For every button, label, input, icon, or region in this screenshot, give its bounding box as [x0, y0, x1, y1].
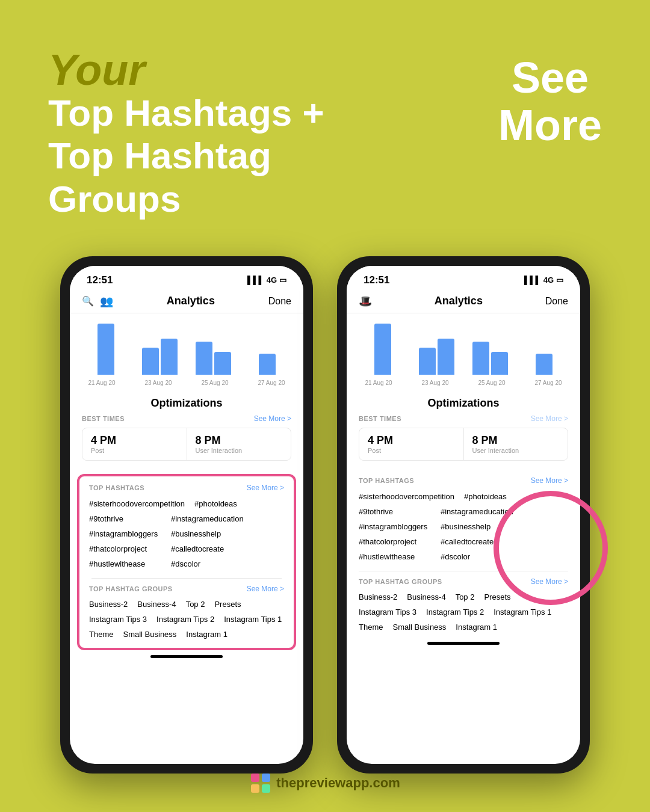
header-section: Your Top Hashtags + Top Hashtag Groups S…	[0, 0, 650, 244]
left-time-desc-2: User Interaction	[196, 447, 283, 454]
search-icon[interactable]: 🔍	[82, 295, 94, 307]
header-title-line2: Top Hashtag Groups	[48, 135, 271, 219]
person-icon[interactable]: 👥	[100, 295, 113, 308]
header-title-line1: Top Hashtags +	[48, 92, 324, 134]
right-hashtag-4: #instagrameducation	[441, 505, 513, 518]
header-title: Top Hashtags + Top Hashtag Groups	[48, 91, 337, 220]
left-best-times-label: BEST TIMES	[82, 415, 125, 422]
right-group-3: Top 2	[456, 591, 475, 603]
right-see-more-2[interactable]: See More >	[531, 476, 568, 485]
right-bar-aug21	[374, 324, 391, 375]
battery-icon: ▭	[279, 275, 286, 285]
right-hat-icon[interactable]: 🎩	[359, 295, 372, 308]
right-best-times: BEST TIMES See More > 4 PM Post 8 PM Use…	[347, 414, 580, 474]
right-hashtag-1: #sisterhoodovercompetition	[359, 490, 454, 503]
right-groups-section: TOP HASHTAG GROUPS See More > Business-2…	[347, 575, 580, 637]
right-hashtag-10: #dscolor	[441, 550, 513, 564]
left-time-cell-1: 4 PM Post	[82, 428, 187, 460]
right-group-10: Instagram 1	[456, 621, 497, 633]
left-chart-area: 21 Aug 20 23 Aug 20 25 Aug 20 27 Aug 20	[70, 313, 303, 391]
right-time: 12:51	[364, 274, 389, 286]
right-home-indicator	[427, 642, 500, 645]
right-label-aug21: 21 Aug 20	[359, 380, 398, 386]
left-phone-screen: 12:51 ▌▌▌ 4G ▭ 🔍 👥 Anal	[70, 266, 303, 764]
right-status-icons: ▌▌▌ 4G ▭	[524, 275, 563, 285]
left-see-more-3[interactable]: See More >	[247, 585, 284, 593]
right-time-value-2: 8 PM	[472, 434, 560, 447]
group-10: Instagram 1	[186, 628, 228, 641]
right-optimizations-title: Optimizations	[347, 391, 580, 414]
right-status-bar: 12:51 ▌▌▌ 4G ▭	[347, 266, 580, 290]
left-see-more-1[interactable]: See More >	[254, 414, 291, 423]
right-chart-area: 21 Aug 20 23 Aug 20 25 Aug 20 27 Aug 20	[347, 313, 580, 391]
right-battery-icon: ▭	[556, 275, 563, 285]
right-hashtag-2: #photoideas	[464, 490, 536, 503]
app-logo-icon	[250, 772, 271, 794]
footer: thepreviewapp.com	[0, 772, 650, 794]
right-time-cell-2: 8 PM User Interaction	[464, 428, 568, 460]
right-see-more-3[interactable]: See More >	[531, 577, 568, 586]
hashtag-5: #instagrambloggers	[89, 527, 161, 541]
bar-aug21	[98, 324, 114, 375]
left-time-desc-1: Post	[91, 447, 178, 454]
see-more-text: SeeMore	[498, 54, 602, 149]
right-nav-title: Analytics	[430, 295, 488, 307]
right-bar-aug27	[536, 354, 552, 375]
right-hashtags-grid: #sisterhoodovercompetition #photoideas #…	[359, 490, 568, 564]
label-aug21: 21 Aug 20	[82, 380, 122, 386]
group-6: Instagram Tips 2	[156, 613, 214, 626]
right-hashtag-8: #calledtocreate	[441, 535, 513, 549]
right-phone-frame: 12:51 ▌▌▌ 4G ▭ 🎩 Analytics	[337, 256, 590, 774]
hashtag-3: #9tothrive	[89, 512, 161, 526]
left-best-times: BEST TIMES See More > 4 PM Post 8 PM Use…	[70, 414, 303, 474]
right-phone-screen: 12:51 ▌▌▌ 4G ▭ 🎩 Analytics	[347, 266, 580, 764]
header-see-more: SeeMore	[498, 54, 602, 149]
hashtag-4: #instagrameducation	[171, 512, 244, 526]
right-nav-done[interactable]: Done	[545, 296, 568, 307]
right-network-icon: 4G	[543, 275, 554, 285]
right-hashtag-5: #instagrambloggers	[359, 520, 431, 534]
right-see-more-1[interactable]: See More >	[531, 414, 568, 423]
footer-logo: thepreviewapp.com	[250, 772, 400, 794]
left-time-cell-2: 8 PM User Interaction	[187, 428, 291, 460]
right-divider	[359, 571, 568, 571]
hashtag-1: #sisterhoodovercompetition	[89, 497, 185, 511]
right-bar-aug23a	[419, 348, 436, 375]
left-see-more-2[interactable]: See More >	[247, 484, 284, 492]
left-groups-section: TOP HASHTAG GROUPS See More > Business-2…	[79, 582, 294, 644]
hashtag-9: #hustlewithease	[89, 557, 161, 571]
hashtag-10: #dscolor	[171, 557, 243, 571]
left-optimizations-title: Optimizations	[70, 391, 303, 414]
right-bar-aug23b	[438, 339, 454, 375]
left-chart-labels: 21 Aug 20 23 Aug 20 25 Aug 20 27 Aug 20	[82, 377, 291, 386]
svg-rect-2	[251, 784, 259, 793]
bar-aug25a	[196, 342, 212, 375]
svg-rect-0	[251, 774, 259, 782]
left-nav-done[interactable]: Done	[268, 296, 291, 307]
right-time-cell-1: 4 PM Post	[359, 428, 464, 460]
right-group-2: Business-4	[407, 591, 445, 603]
right-hashtag-6: #businesshelp	[441, 520, 513, 534]
left-hashtags-label: TOP HASHTAGS	[89, 484, 144, 491]
right-group-5: Instagram Tips 3	[359, 606, 416, 618]
right-bar-aug25b	[491, 352, 508, 375]
right-times-row: 4 PM Post 8 PM User Interaction	[359, 428, 568, 461]
group-9: Small Business	[123, 628, 176, 641]
left-phone-wrapper: 12:51 ▌▌▌ 4G ▭ 🔍 👥 Anal	[60, 256, 313, 774]
left-pink-border: TOP HASHTAGS See More > #sisterhoodoverc…	[77, 474, 296, 650]
left-times-row: 4 PM Post 8 PM User Interaction	[82, 428, 291, 461]
group-7: Instagram Tips 1	[224, 613, 282, 626]
left-phone-frame: 12:51 ▌▌▌ 4G ▭ 🔍 👥 Anal	[60, 256, 313, 774]
left-time: 12:51	[87, 274, 113, 286]
hashtag-7: #thatcolorproject	[89, 542, 161, 556]
svg-rect-3	[262, 784, 270, 793]
right-groups-label: TOP HASHTAG GROUPS	[359, 578, 442, 585]
left-divider-1	[91, 578, 282, 579]
group-2: Business-4	[137, 598, 176, 611]
left-groups-grid: Business-2 Business-4 Top 2 Presets Inst…	[89, 598, 284, 641]
right-chart-bars	[359, 323, 568, 377]
bar-aug23a	[142, 348, 159, 375]
svg-rect-1	[262, 774, 270, 782]
left-time-value-1: 4 PM	[91, 434, 178, 447]
group-8: Theme	[89, 628, 113, 641]
